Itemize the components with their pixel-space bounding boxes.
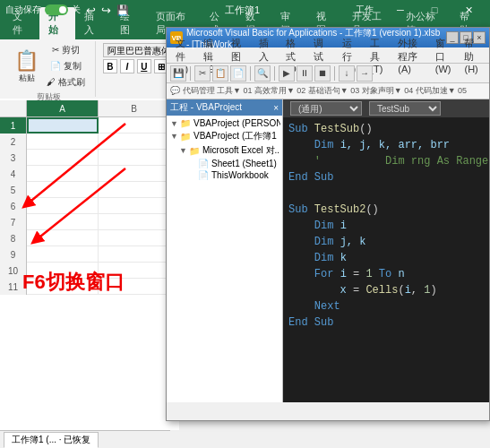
vba-breadcrumb-text: 💬 代码管理 工具▼ 01 高效常用▼ 02 基础语句▼ 03 对象声明▼ 04… (170, 85, 467, 97)
tree-item-sheet1[interactable]: 📄 Sheet1 (Sheet1) (186, 158, 280, 169)
vba-menu-window[interactable]: 窗口(W) (430, 36, 458, 75)
vba-toolbar-save[interactable]: 💾 (170, 65, 186, 82)
cell-B1[interactable] (99, 117, 170, 134)
toolbar-separator-3 (274, 66, 275, 81)
toolbar-separator-1 (190, 66, 191, 81)
col-header-B[interactable]: B (99, 100, 170, 116)
cell-B6[interactable] (99, 198, 170, 214)
cell-B5[interactable] (99, 182, 170, 198)
tree-label-thisworkbook: ThisWorkbook (211, 170, 269, 180)
tree-expand-personal: ▼ (170, 119, 177, 128)
tree-expand-excel: ▼ (179, 146, 186, 155)
vba-code-editor: (通用) TestSub Sub TestSub() Dim i, j, k, … (283, 99, 489, 402)
grid-row-6: 6 (0, 198, 179, 214)
tree-expand-workbook: ▼ (170, 132, 177, 141)
vba-toolbar-find[interactable]: 🔍 (254, 65, 271, 82)
vba-project-close-icon[interactable]: × (273, 103, 279, 113)
sheet-tab-label: 工作簿1 (... · 已恢复 (12, 435, 90, 444)
cell-B8[interactable] (99, 230, 170, 246)
grid-row-4: 4 (0, 166, 179, 182)
cell-A2[interactable] (27, 134, 99, 150)
cell-A8[interactable] (27, 230, 99, 246)
col-header-A[interactable]: A (27, 100, 99, 116)
row-num-5: 5 (0, 182, 27, 198)
vba-toolbar-pause[interactable]: ⏸ (297, 65, 313, 82)
sheet-tab-active[interactable]: 工作簿1 (... · 已恢复 (4, 432, 99, 448)
row-num-7: 7 (0, 214, 27, 230)
cell-B4[interactable] (99, 166, 170, 182)
paste-label: 粘贴 (19, 73, 35, 84)
tree-label-sheet1: Sheet1 (Sheet1) (211, 159, 277, 168)
cell-A5[interactable] (27, 182, 99, 198)
toolbar-separator-4 (334, 66, 335, 81)
vba-project-tree: ▼ 📁 VBAProject (PERSONA ▼ 📁 VBAProject (… (167, 116, 282, 402)
cell-B3[interactable] (99, 150, 170, 166)
row-num-8: 8 (0, 230, 27, 246)
code-object-dropdown[interactable]: (通用) (290, 101, 362, 116)
copy-button[interactable]: 📄 复制 (44, 59, 88, 73)
cell-A4[interactable] (27, 166, 99, 182)
cut-button[interactable]: ✂ 剪切 (44, 43, 88, 57)
italic-button[interactable]: I (120, 59, 134, 73)
cell-B2[interactable] (99, 134, 170, 150)
tree-item-workbook[interactable]: ▼ 📁 VBAProject (工作簿1 (168, 129, 280, 143)
paste-button[interactable]: 📋 粘贴 (11, 47, 42, 86)
tree-item-excel-objects[interactable]: ▼ 📁 Microsoft Excel 对... (177, 143, 280, 158)
tree-item-thisworkbook[interactable]: 📄 ThisWorkbook (186, 169, 280, 181)
format-painter-label: 🖌 格式刷 (47, 76, 85, 89)
grid-row-8: 8 (0, 230, 179, 246)
vba-project-title: 工程 - VBAProject (170, 101, 242, 114)
vba-menu-help[interactable]: 帮助(H) (459, 36, 486, 75)
autosave-toggle[interactable] (45, 4, 68, 15)
tree-icon-thisworkbook: 📄 (198, 170, 209, 180)
toolbar-separator-2 (250, 66, 251, 81)
row-num-9: 9 (0, 246, 27, 263)
vba-project-panel: 工程 - VBAProject × ▼ 📁 VBAProject (PERSON… (167, 99, 283, 402)
code-proc-dropdown[interactable]: TestSub (369, 101, 441, 116)
vba-toolbar-paste[interactable]: 📄 (230, 65, 246, 82)
row-num-2: 2 (0, 134, 27, 150)
vba-toolbar-cut[interactable]: ✂ (194, 65, 211, 82)
sheet-tabs: 工作簿1 (... · 已恢复 (0, 430, 170, 448)
vba-toolbar-run[interactable]: ▶ (279, 65, 295, 82)
ribbon-group-clipboard: 📋 粘贴 ✂ 剪切 📄 复制 🖌 格式刷 剪贴板 (4, 41, 96, 97)
grid-row-1: 1 (0, 117, 179, 134)
cell-A1[interactable] (27, 117, 99, 134)
cell-A6[interactable] (27, 198, 99, 214)
tree-icon-excel: 📁 (189, 146, 200, 156)
row-num-1: 1 (0, 117, 27, 134)
cell-B9[interactable] (99, 246, 170, 263)
tab-draw[interactable]: 绘图 (111, 7, 147, 39)
copy-label: 📄 复制 (50, 60, 82, 73)
row-num-6: 6 (0, 198, 27, 214)
vba-breadcrumb-bar: 💬 代码管理 工具▼ 01 高效常用▼ 02 基础语句▼ 03 对象声明▼ 04… (167, 83, 489, 99)
tree-label-excel: Microsoft Excel 对... (202, 144, 280, 157)
vba-menu-addins[interactable]: 外接程序(A) (392, 36, 428, 75)
grid-row-3: 3 (0, 150, 179, 166)
tree-icon-sheet1: 📄 (198, 159, 209, 168)
tree-icon-workbook: 📁 (180, 132, 191, 142)
cell-A9[interactable] (27, 246, 99, 263)
vba-toolbar-copy[interactable]: 📋 (212, 65, 228, 82)
tree-item-personal[interactable]: ▼ 📁 VBAProject (PERSONA (168, 117, 280, 129)
tree-label-personal: VBAProject (PERSONA (193, 118, 280, 128)
vba-toolbar-stop[interactable]: ⏹ (314, 65, 331, 82)
grid-row-9: 9 (0, 246, 179, 263)
spreadsheet: A B 1 2 3 4 5 6 (0, 100, 179, 430)
vba-toolbar-step-into[interactable]: ↓ (339, 65, 355, 82)
cell-A7[interactable] (27, 214, 99, 230)
vba-body: 工程 - VBAProject × ▼ 📁 VBAProject (PERSON… (167, 99, 489, 402)
tab-insert[interactable]: 插入 (75, 7, 111, 39)
tab-file[interactable]: 文件 (4, 7, 39, 39)
column-headers: A B (0, 100, 179, 117)
row-num-4: 4 (0, 166, 27, 182)
row-num-3: 3 (0, 150, 27, 166)
format-painter-button[interactable]: 🖌 格式刷 (44, 75, 88, 90)
underline-button[interactable]: U (137, 59, 151, 73)
cell-A3[interactable] (27, 150, 99, 166)
code-content[interactable]: Sub TestSub() Dim i, j, k, arr, brr ' Di… (283, 117, 489, 402)
bold-button[interactable]: B (103, 59, 117, 73)
vba-project-header: 工程 - VBAProject × (167, 99, 282, 116)
vba-toolbar-step-over[interactable]: → (357, 65, 373, 82)
cell-B7[interactable] (99, 214, 170, 230)
